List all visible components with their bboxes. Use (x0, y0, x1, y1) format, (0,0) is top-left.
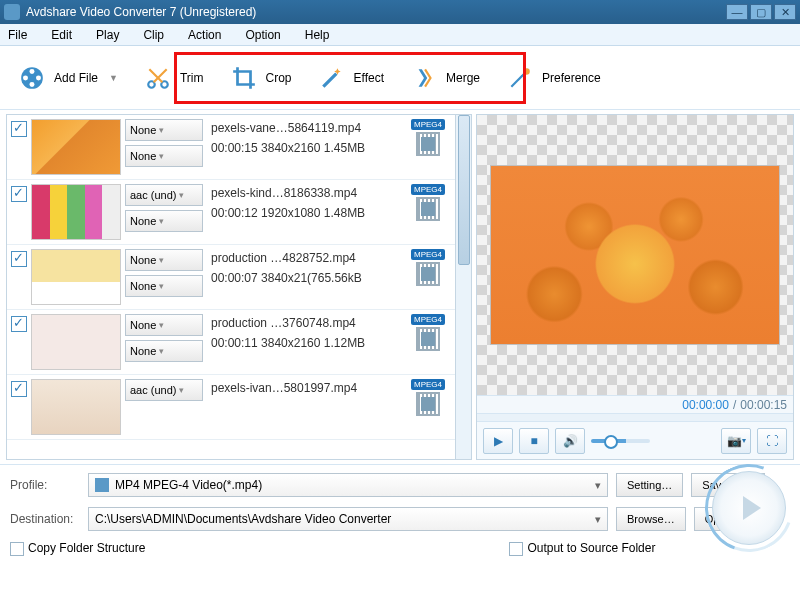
trim-button[interactable]: Trim (136, 58, 212, 98)
table-row[interactable]: None▾None▾pexels-vane…5864119.mp400:00:1… (7, 115, 471, 180)
row-checkbox[interactable] (11, 316, 27, 332)
fullscreen-button[interactable]: ⛶ (757, 428, 787, 454)
scrollbar-thumb[interactable] (458, 115, 470, 265)
file-name: pexels-kind…8186338.mp4 (211, 186, 365, 200)
bottom-panel: Profile: MP4 MPEG-4 Video(*.mp4) Setting… (0, 464, 800, 564)
table-row[interactable]: None▾None▾production …4828752.mp400:00:0… (7, 245, 471, 310)
preview-controls: ▶ ■ 🔊 📷▾ ⛶ (477, 421, 793, 459)
file-type-badge: MPEG4 (407, 119, 449, 161)
volume-slider[interactable] (591, 439, 650, 443)
preference-button[interactable]: Preference (498, 58, 609, 98)
window-title: Avdshare Video Converter 7 (Unregistered… (26, 5, 256, 19)
volume-button[interactable]: 🔊 (555, 428, 585, 454)
convert-button[interactable] (712, 471, 786, 545)
svg-point-1 (30, 69, 35, 74)
wand-icon (318, 64, 346, 92)
destination-value: C:\Users\ADMIN\Documents\Avdshare Video … (95, 512, 391, 526)
setting-button[interactable]: Setting… (616, 473, 683, 497)
preview-photo (490, 165, 780, 345)
snapshot-button[interactable]: 📷▾ (721, 428, 751, 454)
video-thumbnail[interactable] (31, 119, 121, 175)
file-name: production …3760748.mp4 (211, 316, 365, 330)
video-thumbnail[interactable] (31, 184, 121, 240)
scissors-icon (144, 64, 172, 92)
audio-track-dropdown[interactable]: None▾ (125, 119, 203, 141)
preview-time: 00:00:00 / 00:00:15 (477, 395, 793, 413)
film-icon (416, 392, 440, 416)
browse-button[interactable]: Browse… (616, 507, 686, 531)
time-current: 00:00:00 (682, 398, 729, 412)
file-type-badge: MPEG4 (407, 314, 449, 356)
table-row[interactable]: aac (und)▾None▾pexels-kind…8186338.mp400… (7, 180, 471, 245)
audio-track-dropdown[interactable]: None▾ (125, 314, 203, 336)
svg-point-4 (23, 75, 28, 80)
film-icon (416, 197, 440, 221)
file-meta: 00:00:15 3840x2160 1.45MB (211, 141, 365, 155)
copy-folder-checkbox[interactable]: Copy Folder Structure (10, 541, 145, 556)
file-list: None▾None▾pexels-vane…5864119.mp400:00:1… (6, 114, 472, 460)
time-sep: / (733, 398, 736, 412)
crop-label: Crop (266, 71, 292, 85)
subtitle-dropdown[interactable]: None▾ (125, 210, 203, 232)
file-type-badge: MPEG4 (407, 184, 449, 226)
table-row[interactable]: None▾None▾production …3760748.mp400:00:1… (7, 310, 471, 375)
row-checkbox[interactable] (11, 121, 27, 137)
destination-combo[interactable]: C:\Users\ADMIN\Documents\Avdshare Video … (88, 507, 608, 531)
subtitle-dropdown[interactable]: None▾ (125, 145, 203, 167)
crop-button[interactable]: Crop (222, 58, 300, 98)
effect-label: Effect (354, 71, 384, 85)
maximize-button[interactable]: ▢ (750, 4, 772, 20)
film-icon (416, 262, 440, 286)
title-bar: Avdshare Video Converter 7 (Unregistered… (0, 0, 800, 24)
output-source-label: Output to Source Folder (527, 541, 655, 555)
play-button[interactable]: ▶ (483, 428, 513, 454)
audio-track-dropdown[interactable]: aac (und)▾ (125, 379, 203, 401)
stop-button[interactable]: ■ (519, 428, 549, 454)
menu-help[interactable]: Help (305, 28, 330, 42)
time-total: 00:00:15 (740, 398, 787, 412)
menu-edit[interactable]: Edit (51, 28, 72, 42)
list-scrollbar[interactable] (455, 115, 471, 459)
subtitle-dropdown[interactable]: None▾ (125, 275, 203, 297)
profile-label: Profile: (10, 478, 80, 492)
close-button[interactable]: ✕ (774, 4, 796, 20)
row-checkbox[interactable] (11, 186, 27, 202)
file-name: production …4828752.mp4 (211, 251, 362, 265)
menu-action[interactable]: Action (188, 28, 221, 42)
profile-combo[interactable]: MP4 MPEG-4 Video(*.mp4) (88, 473, 608, 497)
table-row[interactable]: aac (und)▾pexels-ivan…5801997.mp4MPEG4 (7, 375, 471, 440)
tools-icon (506, 64, 534, 92)
trim-label: Trim (180, 71, 204, 85)
preview-panel: 00:00:00 / 00:00:15 ▶ ■ 🔊 📷▾ ⛶ (476, 114, 794, 460)
video-thumbnail[interactable] (31, 249, 121, 305)
audio-track-dropdown[interactable]: aac (und)▾ (125, 184, 203, 206)
toolbar: Add File▼ Trim Crop Effect Merge Prefere… (0, 46, 800, 110)
copy-folder-label: Copy Folder Structure (28, 541, 145, 555)
film-icon (416, 327, 440, 351)
output-source-checkbox[interactable]: Output to Source Folder (509, 541, 655, 556)
film-icon (416, 132, 440, 156)
menu-clip[interactable]: Clip (143, 28, 164, 42)
file-type-badge: MPEG4 (407, 249, 449, 291)
checkbox-icon (10, 542, 24, 556)
add-file-button[interactable]: Add File▼ (10, 58, 126, 98)
svg-point-7 (523, 68, 530, 75)
row-checkbox[interactable] (11, 251, 27, 267)
video-thumbnail[interactable] (31, 379, 121, 435)
preview-image (477, 115, 793, 395)
video-thumbnail[interactable] (31, 314, 121, 370)
menu-file[interactable]: File (8, 28, 27, 42)
minimize-button[interactable]: — (726, 4, 748, 20)
subtitle-dropdown[interactable]: None▾ (125, 340, 203, 362)
menu-play[interactable]: Play (96, 28, 119, 42)
app-icon (4, 4, 20, 20)
audio-track-dropdown[interactable]: None▾ (125, 249, 203, 271)
merge-button[interactable]: Merge (402, 58, 488, 98)
menu-option[interactable]: Option (245, 28, 280, 42)
file-name: pexels-ivan…5801997.mp4 (211, 381, 357, 395)
row-checkbox[interactable] (11, 381, 27, 397)
profile-value: MP4 MPEG-4 Video(*.mp4) (115, 478, 262, 492)
merge-label: Merge (446, 71, 480, 85)
preview-seek-slider[interactable] (477, 413, 793, 421)
effect-button[interactable]: Effect (310, 58, 392, 98)
